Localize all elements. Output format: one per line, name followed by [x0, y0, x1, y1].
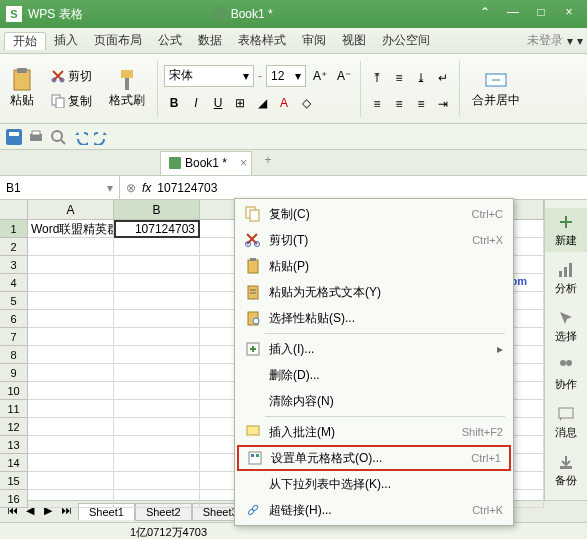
print-icon[interactable] — [28, 129, 44, 145]
menu-insert[interactable]: 插入 — [46, 32, 86, 49]
fx-icon[interactable]: fx — [142, 181, 151, 195]
sp-new[interactable]: 新建 — [545, 208, 587, 252]
font-size-select[interactable]: 12▾ — [266, 65, 306, 87]
cell[interactable] — [114, 274, 200, 292]
cell[interactable] — [28, 418, 114, 436]
fill-color-button[interactable]: ◢ — [252, 93, 272, 113]
align-middle-button[interactable]: ≡ — [389, 68, 409, 88]
formula-input[interactable]: 107124703 — [157, 181, 217, 195]
row-header[interactable]: 16 — [0, 490, 28, 508]
font-color-button[interactable]: A — [274, 93, 294, 113]
cell[interactable] — [114, 490, 200, 508]
menu-start[interactable]: 开始 — [4, 32, 46, 50]
row-header[interactable]: 10 — [0, 382, 28, 400]
clear-format-button[interactable]: ◇ — [296, 93, 316, 113]
cell[interactable] — [28, 454, 114, 472]
sp-analyze[interactable]: 分析 — [545, 256, 587, 300]
cell[interactable]: 107124703 — [114, 220, 200, 238]
cell[interactable] — [28, 310, 114, 328]
doc-tab[interactable]: Book1 * × — [160, 151, 252, 175]
italic-button[interactable]: I — [186, 93, 206, 113]
context-menu-item[interactable]: 选择性粘贴(S)... — [237, 305, 511, 331]
cell[interactable] — [114, 472, 200, 490]
context-menu-item[interactable]: 设置单元格格式(O)...Ctrl+1 — [237, 445, 511, 471]
cell[interactable] — [114, 454, 200, 472]
menu-table-style[interactable]: 表格样式 — [230, 32, 294, 49]
row-header[interactable]: 2 — [0, 238, 28, 256]
align-right-button[interactable]: ≡ — [411, 94, 431, 114]
cell[interactable] — [28, 400, 114, 418]
paste-button[interactable]: 粘贴 — [4, 66, 40, 111]
cell[interactable] — [28, 472, 114, 490]
cell[interactable] — [28, 490, 114, 508]
cell[interactable] — [28, 328, 114, 346]
context-menu-item[interactable]: 插入(I)...▸ — [237, 336, 511, 362]
row-header[interactable]: 15 — [0, 472, 28, 490]
font-grow-button[interactable]: A⁺ — [310, 66, 330, 86]
col-header-a[interactable]: A — [28, 200, 114, 219]
context-menu-item[interactable]: 插入批注(M)Shift+F2 — [237, 419, 511, 445]
sp-backup[interactable]: 备份 — [545, 448, 587, 492]
ribbon-collapse-icon[interactable]: ⌃ — [473, 5, 497, 23]
row-header[interactable]: 9 — [0, 364, 28, 382]
row-header[interactable]: 6 — [0, 310, 28, 328]
cut-button[interactable]: 剪切 — [46, 65, 97, 88]
doc-tab-close[interactable]: × — [240, 156, 247, 170]
menu-office[interactable]: 办公空间 — [374, 32, 438, 49]
cell[interactable] — [114, 364, 200, 382]
underline-button[interactable]: U — [208, 93, 228, 113]
undo-icon[interactable] — [72, 129, 88, 145]
indent-button[interactable]: ⇥ — [433, 94, 453, 114]
sp-select[interactable]: 选择 — [545, 304, 587, 348]
align-top-button[interactable]: ⤒ — [367, 68, 387, 88]
redo-icon[interactable] — [94, 129, 110, 145]
cell[interactable] — [114, 256, 200, 274]
align-left-button[interactable]: ≡ — [367, 94, 387, 114]
new-tab-button[interactable]: + — [258, 153, 278, 173]
cell[interactable] — [114, 436, 200, 454]
row-header[interactable]: 8 — [0, 346, 28, 364]
border-button[interactable]: ⊞ — [230, 93, 250, 113]
cell[interactable]: Word联盟精英群 — [28, 220, 114, 238]
bold-button[interactable]: B — [164, 93, 184, 113]
help-icon[interactable]: ▾ — [577, 34, 583, 48]
row-header[interactable]: 12 — [0, 418, 28, 436]
row-header[interactable]: 13 — [0, 436, 28, 454]
cell[interactable] — [114, 400, 200, 418]
merge-center-button[interactable]: 合并居中 — [466, 66, 526, 111]
row-header[interactable]: 5 — [0, 292, 28, 310]
cell[interactable] — [114, 346, 200, 364]
cancel-formula-icon[interactable]: ⊗ — [126, 181, 136, 195]
context-menu-item[interactable]: 删除(D)... — [237, 362, 511, 388]
menu-view[interactable]: 视图 — [334, 32, 374, 49]
cell[interactable] — [28, 436, 114, 454]
cell[interactable] — [28, 238, 114, 256]
context-menu-item[interactable]: 从下拉列表中选择(K)... — [237, 471, 511, 497]
cell[interactable] — [114, 292, 200, 310]
font-shrink-button[interactable]: A⁻ — [334, 66, 354, 86]
preview-icon[interactable] — [50, 129, 66, 145]
cell[interactable] — [28, 346, 114, 364]
name-box[interactable]: B1▾ — [0, 176, 120, 199]
menu-formula[interactable]: 公式 — [150, 32, 190, 49]
menu-data[interactable]: 数据 — [190, 32, 230, 49]
row-header[interactable]: 11 — [0, 400, 28, 418]
cell[interactable] — [114, 328, 200, 346]
maximize-button[interactable]: □ — [529, 5, 553, 23]
menu-review[interactable]: 审阅 — [294, 32, 334, 49]
row-header[interactable]: 3 — [0, 256, 28, 274]
cell[interactable] — [28, 382, 114, 400]
format-painter-button[interactable]: 格式刷 — [103, 66, 151, 111]
menu-layout[interactable]: 页面布局 — [86, 32, 150, 49]
save-icon[interactable] — [6, 129, 22, 145]
row-header[interactable]: 7 — [0, 328, 28, 346]
skin-icon[interactable]: ▾ — [567, 34, 573, 48]
cell[interactable] — [28, 292, 114, 310]
context-menu-item[interactable]: 复制(C)Ctrl+C — [237, 201, 511, 227]
align-bottom-button[interactable]: ⤓ — [411, 68, 431, 88]
context-menu-item[interactable]: 清除内容(N) — [237, 388, 511, 414]
login-status[interactable]: 未登录 — [527, 32, 563, 49]
sp-message[interactable]: 消息 — [545, 400, 587, 444]
context-menu-item[interactable]: 粘贴为无格式文本(Y) — [237, 279, 511, 305]
row-header[interactable]: 1 — [0, 220, 28, 238]
